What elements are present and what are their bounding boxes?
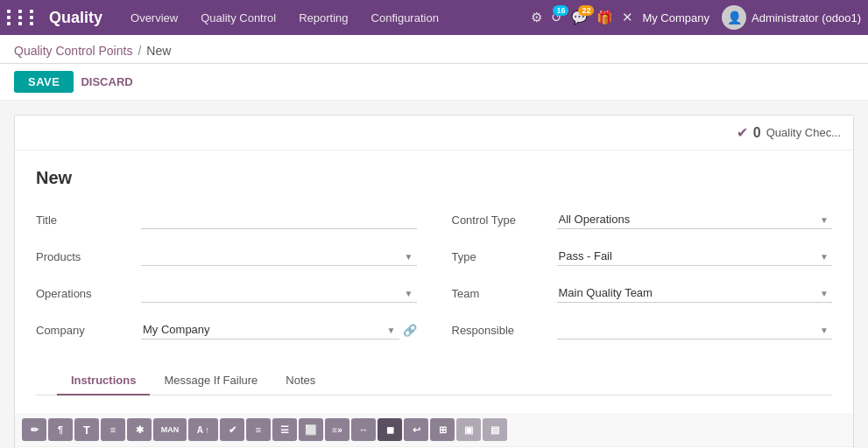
save-button[interactable]: SAVE: [14, 71, 74, 93]
gift-icon[interactable]: 🎁: [596, 10, 613, 25]
field-row-products: Products ▼: [36, 242, 417, 270]
form-body: New Title Products: [15, 150, 853, 413]
company-label: Company: [36, 324, 141, 337]
operations-field[interactable]: [141, 284, 417, 303]
products-select-wrapper: ▼: [141, 247, 417, 266]
control-type-select-wrapper: All Operations ▼: [557, 210, 833, 229]
manual-btn[interactable]: MAN: [153, 418, 187, 441]
form-title: New: [36, 168, 832, 188]
responsible-label: Responsible: [452, 324, 557, 337]
team-select-wrapper: Main Quality Team ▼: [557, 284, 833, 303]
check-btn[interactable]: ✔: [220, 418, 244, 441]
user-menu[interactable]: 👤 Administrator (odoo1): [722, 5, 861, 30]
company-select-wrapper: My Company ▼: [141, 320, 399, 340]
topnav-icons: ⚙ ↺16 💬22 🎁 ✕: [531, 10, 633, 25]
editor-toolbar: ✏ ¶ T ≡ ✱ MAN A ↑ ✔ ≡ ☰ ⬜ ≡» ↔ ◼ ↩ ⊞ ▣ ▤: [15, 413, 853, 447]
bold-btn[interactable]: ✏: [22, 418, 46, 441]
menu-item-configuration[interactable]: Configuration: [361, 0, 449, 35]
menu-item-reporting[interactable]: Reporting: [288, 0, 358, 35]
checkmark-icon: ✔: [737, 124, 748, 141]
grid2-btn[interactable]: ⊞: [430, 418, 455, 441]
field-row-company: Company My Company ▼ 🔗: [36, 316, 417, 344]
align-btn[interactable]: ≡: [246, 418, 271, 441]
title-label: Title: [36, 214, 141, 227]
products-label: Products: [36, 250, 141, 263]
menu-item-quality-control[interactable]: Quality Control: [190, 0, 286, 35]
products-field[interactable]: [141, 247, 417, 266]
field-row-team: Team Main Quality Team ▼: [452, 279, 833, 307]
avatar: 👤: [722, 5, 746, 30]
left-fields: Title Products ▼: [36, 206, 417, 353]
control-type-label: Control Type: [452, 214, 557, 227]
indent-btn[interactable]: ≡»: [325, 418, 349, 441]
username: Administrator (odoo1): [752, 11, 861, 24]
image-btn[interactable]: ▣: [456, 418, 481, 441]
field-row-operations: Operations ▼: [36, 279, 417, 307]
quality-check-count: 0: [753, 125, 761, 141]
list-btn[interactable]: ≡: [101, 418, 125, 441]
action-bar: SAVE DISCARD: [0, 64, 868, 101]
box-btn[interactable]: ⬜: [299, 418, 323, 441]
undo-btn[interactable]: ↩: [404, 418, 428, 441]
main-content: ✔ 0 Quality Chec... New Title Produc: [0, 101, 868, 448]
company-label: My Company: [642, 11, 709, 24]
field-row-responsible: Responsible ▼: [452, 316, 833, 344]
breadcrumb: Quality Control Points / New: [0, 35, 868, 64]
tab-message-if-failure[interactable]: Message If Failure: [150, 367, 272, 396]
title-field[interactable]: [141, 210, 417, 229]
arrows-btn[interactable]: ↔: [351, 418, 376, 441]
block-btn[interactable]: ◼: [378, 418, 402, 441]
company-field[interactable]: My Company: [141, 320, 399, 340]
team-field[interactable]: Main Quality Team: [557, 284, 833, 303]
responsible-select-wrapper: ▼: [557, 320, 833, 340]
operations-select-wrapper: ▼: [141, 284, 417, 303]
operations-label: Operations: [36, 287, 141, 300]
type-select-wrapper: Pass - Fail ▼: [557, 247, 833, 266]
top-menu: Overview Quality Control Reporting Confi…: [120, 0, 531, 35]
control-type-field[interactable]: All Operations: [557, 210, 833, 229]
breadcrumb-separator: /: [138, 44, 141, 58]
app-grid-icon[interactable]: [7, 10, 39, 25]
paragraph-btn[interactable]: ¶: [48, 418, 73, 441]
settings-icon[interactable]: ⚙: [531, 10, 542, 25]
text-btn[interactable]: T: [74, 418, 99, 441]
field-row-title: Title: [36, 206, 417, 234]
star-btn[interactable]: ✱: [127, 418, 152, 441]
company-field-wrapper: My Company ▼ 🔗: [141, 320, 417, 340]
field-row-control-type: Control Type All Operations ▼: [452, 206, 833, 234]
messages-icon[interactable]: 💬22: [571, 10, 588, 25]
form-card-header: ✔ 0 Quality Chec...: [15, 116, 853, 150]
table-btn[interactable]: ▤: [483, 418, 507, 441]
responsible-field[interactable]: [557, 320, 833, 340]
app-name: Quality: [49, 9, 102, 27]
discard-button[interactable]: DISCARD: [81, 75, 132, 88]
tabs-bar: Instructions Message If Failure Notes: [36, 367, 832, 396]
type-label: Type: [452, 250, 557, 263]
right-fields: Control Type All Operations ▼ Type: [452, 206, 833, 353]
breadcrumb-parent[interactable]: Quality Control Points: [14, 44, 132, 58]
external-link-icon[interactable]: 🔗: [403, 324, 417, 337]
font-size-btn[interactable]: A ↑: [188, 418, 218, 441]
tab-instructions[interactable]: Instructions: [57, 367, 150, 396]
close-icon[interactable]: ✕: [622, 10, 633, 25]
menu-btn[interactable]: ☰: [272, 418, 297, 441]
field-row-type: Type Pass - Fail ▼: [452, 242, 833, 270]
type-field[interactable]: Pass - Fail: [557, 247, 833, 266]
topnav: Quality Overview Quality Control Reporti…: [0, 0, 868, 35]
tab-notes[interactable]: Notes: [272, 367, 329, 396]
fields-grid: Title Products ▼: [36, 206, 832, 353]
form-card: ✔ 0 Quality Chec... New Title Produc: [14, 115, 854, 448]
quality-check-label: Quality Chec...: [766, 126, 841, 139]
breadcrumb-current: New: [146, 44, 171, 58]
menu-item-overview[interactable]: Overview: [120, 0, 188, 35]
quality-checks-button[interactable]: ✔ 0 Quality Chec...: [737, 124, 841, 141]
team-label: Team: [452, 287, 557, 300]
updates-icon[interactable]: ↺16: [551, 10, 562, 25]
